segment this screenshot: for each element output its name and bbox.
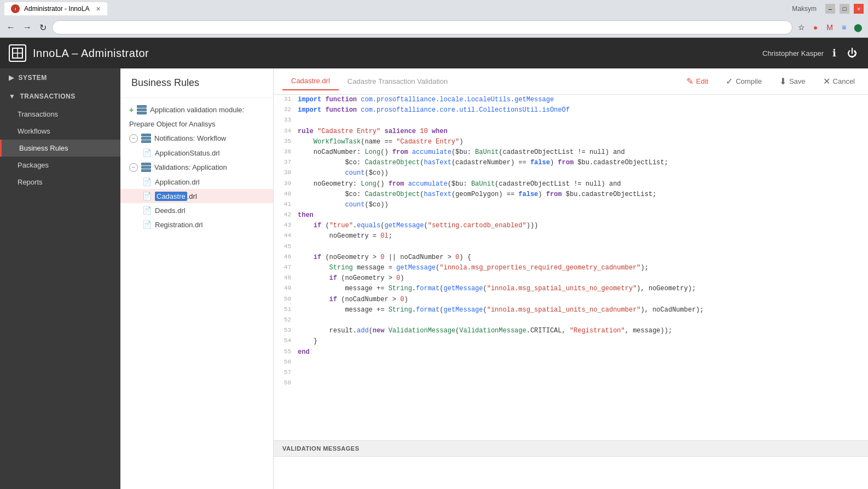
tree-file-deeds[interactable]: 📄 Deeds.drl <box>120 203 273 217</box>
validation-content <box>274 457 868 487</box>
sidebar-item-reports[interactable]: Reports <box>0 174 120 191</box>
tab1-label: Cadastre.drl <box>291 77 330 85</box>
code-line-37: 37 $co: CadastreObject(hasText(cadastreN… <box>274 158 868 168</box>
maximize-button[interactable]: □ <box>840 4 849 14</box>
code-line-57: 57 <box>274 368 868 378</box>
right-panel: Cadastre.drl Cadastre Transaction Valida… <box>274 68 868 489</box>
tree-file-registration[interactable]: 📄 Registration.drl <box>120 217 273 232</box>
file-icon-deeds: 📄 <box>142 206 152 215</box>
file-label-application: Application.drl <box>155 178 200 186</box>
code-line-55: 55 end <box>274 347 868 358</box>
sidebar-item-packages[interactable]: Packages <box>0 157 120 174</box>
save-label: Save <box>789 77 806 85</box>
browser-icon-menu[interactable]: ≡ <box>838 22 849 33</box>
save-button[interactable]: ⬇ Save <box>775 74 810 89</box>
tree-file-cadastre[interactable]: 📄 Cadastre.drl <box>120 189 273 203</box>
topbar: InnoLA – Administrator Christopher Kaspe… <box>0 38 868 68</box>
code-line-58: 58 <box>274 378 868 389</box>
editor-tabs: Cadastre.drl Cadastre Transaction Valida… <box>282 72 456 90</box>
sidebar-item-workflows[interactable]: Workflows <box>0 123 120 140</box>
code-line-33: 33 <box>274 116 868 126</box>
validation-panel: VALIDATION MESSAGES <box>274 440 868 489</box>
sidebar-group-transactions[interactable]: ▼ TRANSACTIONS <box>0 87 120 106</box>
browser-icon-mail[interactable]: M <box>824 22 835 33</box>
file-label-deeds: Deeds.drl <box>155 206 186 215</box>
collapse-icon-validations: − <box>129 163 138 172</box>
cancel-button[interactable]: ✕ Cancel <box>819 74 859 89</box>
code-line-31: 31 import function com.prosoftalliance.l… <box>274 95 868 105</box>
code-line-47: 47 String message = getMessage("innola.m… <box>274 263 868 273</box>
tab-close-button[interactable]: × <box>96 4 100 13</box>
editor-header: Cadastre.drl Cadastre Transaction Valida… <box>274 68 868 95</box>
address-bar[interactable]: innola.prosoftalliance.com:16080/admin.j… <box>52 20 792 34</box>
info-button[interactable]: ℹ <box>830 45 838 61</box>
file-label-cadastre: Cadastre.drl <box>155 192 197 200</box>
sidebar-group-system[interactable]: ▶ SYSTEM <box>0 68 120 87</box>
sidebar-item-transactions-label: Transactions <box>18 110 58 118</box>
validations-label: Validations: Application <box>154 163 227 171</box>
close-button[interactable]: × <box>854 4 864 14</box>
code-line-42: 42 then <box>274 210 868 221</box>
bookmark-star-icon[interactable]: ☆ <box>796 22 807 33</box>
tab-title: Administrator - InnoLA <box>24 5 89 13</box>
sidebar: ▶ SYSTEM ▼ TRANSACTIONS Transactions Wor… <box>0 68 120 489</box>
app-title: InnoLA – Administrator <box>33 47 149 60</box>
sidebar-item-packages-label: Packages <box>18 161 49 169</box>
sidebar-item-business-rules[interactable]: Business Rules <box>0 140 120 157</box>
editor-tab-cadastre[interactable]: Cadastre.drl <box>282 72 339 90</box>
compile-button[interactable]: ✓ Compile <box>721 74 766 89</box>
code-line-56: 56 <box>274 358 868 368</box>
panel-title: Business Rules <box>120 68 273 98</box>
add-icon: + <box>129 106 134 114</box>
tree-file-applicationstatus[interactable]: 📄 ApplicationStatus.drl <box>120 146 273 160</box>
logout-button[interactable]: ⏻ <box>845 45 859 61</box>
code-line-41: 41 count($co)) <box>274 200 868 210</box>
tree-file-application[interactable]: 📄 Application.drl <box>120 175 273 189</box>
system-arrow-icon: ▶ <box>9 74 14 82</box>
refresh-button[interactable]: ↻ <box>37 21 49 34</box>
tree-prepare-object: Prepare Object for Analisys <box>120 117 273 131</box>
forward-button[interactable]: → <box>21 21 34 33</box>
edit-label: Edit <box>696 77 708 85</box>
stack-icon-notifications <box>141 134 151 143</box>
code-line-50: 50 if (noCadNumber > 0) <box>274 295 868 305</box>
edit-button[interactable]: ✎ Edit <box>682 74 713 89</box>
sidebar-item-business-rules-label: Business Rules <box>19 144 68 152</box>
back-button[interactable]: ← <box>4 21 18 33</box>
tab-favicon: i <box>11 4 20 13</box>
browser-toolbar: ← → ↻ innola.prosoftalliance.com:16080/a… <box>0 18 868 37</box>
code-line-40: 40 $co: CadastreObject(hasText(geomPolyg… <box>274 189 868 200</box>
compile-label: Compile <box>736 77 762 85</box>
tree-notifications-workflow[interactable]: − Notifications: Workflow <box>120 131 273 146</box>
editor-actions: ✎ Edit ✓ Compile ⬇ Save ✕ Cancel <box>682 74 859 89</box>
code-line-45: 45 <box>274 242 868 252</box>
code-line-35: 35 WorkflowTask(name == "Cadastre Entry"… <box>274 137 868 147</box>
file-icon-applicationstatus: 📄 <box>142 148 152 157</box>
sidebar-section-system: ▶ SYSTEM <box>0 68 120 87</box>
file-label-applicationstatus: ApplicationStatus.drl <box>155 149 220 157</box>
middle-panel: Business Rules + Application validation … <box>120 68 274 489</box>
stack-icon <box>137 105 147 114</box>
code-line-32: 32 import function com.prosoftalliance.c… <box>274 105 868 116</box>
editor-tab-validation[interactable]: Cadastre Transaction Validation <box>339 73 456 90</box>
browser-icons: ☆ ● M ≡ ⬤ <box>796 22 864 33</box>
sidebar-item-transactions[interactable]: Transactions <box>0 106 120 123</box>
browser-icon-ext[interactable]: ⬤ <box>853 22 864 33</box>
app-logo <box>9 44 26 62</box>
browser-icon-red[interactable]: ● <box>810 22 821 33</box>
code-editor[interactable]: 31 import function com.prosoftalliance.l… <box>274 95 868 440</box>
file-icon-registration: 📄 <box>142 220 152 229</box>
sidebar-item-workflows-label: Workflows <box>18 127 50 135</box>
code-line-52: 52 <box>274 315 868 326</box>
file-icon-application: 📄 <box>142 177 152 186</box>
browser-titlebar: i Administrator - InnoLA × Maksym – □ × <box>0 0 868 18</box>
tab2-label: Cadastre Transaction Validation <box>348 77 448 85</box>
tree-add-module[interactable]: + Application validation module: <box>120 102 273 117</box>
save-icon: ⬇ <box>779 76 786 87</box>
minimize-button[interactable]: – <box>825 4 835 14</box>
browser-tab[interactable]: i Administrator - InnoLA × <box>4 2 107 15</box>
code-line-53: 53 result.add(new ValidationMessage(Vali… <box>274 326 868 336</box>
notifications-label: Notifications: Workflow <box>154 134 226 142</box>
tree-validations-application[interactable]: − Validations: Application <box>120 160 273 175</box>
code-line-54: 54 } <box>274 336 868 347</box>
